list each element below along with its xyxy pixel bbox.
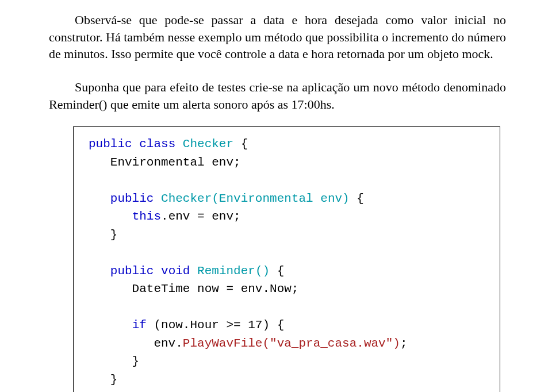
method-call: PlayWavFile("va_pra_casa.wav") xyxy=(183,337,400,350)
code-text xyxy=(190,264,197,278)
keyword-public: public xyxy=(110,192,154,205)
code-text xyxy=(132,137,140,151)
keyword-this: this xyxy=(132,210,161,223)
code-block: public class Checker { Environmental env… xyxy=(73,126,500,392)
code-text: ; xyxy=(400,337,408,350)
paragraph-1: Observá-se que pode-se passar a data e h… xyxy=(49,11,506,63)
class-name: Checker xyxy=(183,137,233,151)
code-text xyxy=(154,192,161,205)
method-name: Reminder() xyxy=(197,264,270,278)
code-line: DateTime now = env.Now; xyxy=(89,282,298,295)
keyword-public: public xyxy=(89,137,132,151)
keyword-class: class xyxy=(139,137,175,151)
code-text: { xyxy=(233,137,248,151)
code-text: { xyxy=(270,264,284,278)
code-text xyxy=(89,192,110,205)
code-line: } xyxy=(89,373,117,386)
keyword-void: void xyxy=(161,264,190,278)
code-line: } xyxy=(89,228,117,241)
keyword-public: public xyxy=(110,264,154,278)
code-text xyxy=(89,264,110,278)
code-text xyxy=(175,137,183,151)
code-line: Environmental env; xyxy=(89,156,241,169)
code-text: { xyxy=(350,192,364,205)
paragraph-2: Suponha que para efeito de testes crie-s… xyxy=(49,79,506,113)
keyword-if: if xyxy=(132,318,147,332)
code-text xyxy=(89,318,132,332)
code-text xyxy=(89,210,132,223)
constructor: Checker(Environmental env) xyxy=(161,192,350,205)
code-text xyxy=(154,264,161,278)
code-text: (now.Hour >= 17) { xyxy=(147,318,284,332)
code-line: } xyxy=(89,355,139,368)
code-text: .env = env; xyxy=(161,210,241,223)
code-text: env. xyxy=(89,337,183,350)
